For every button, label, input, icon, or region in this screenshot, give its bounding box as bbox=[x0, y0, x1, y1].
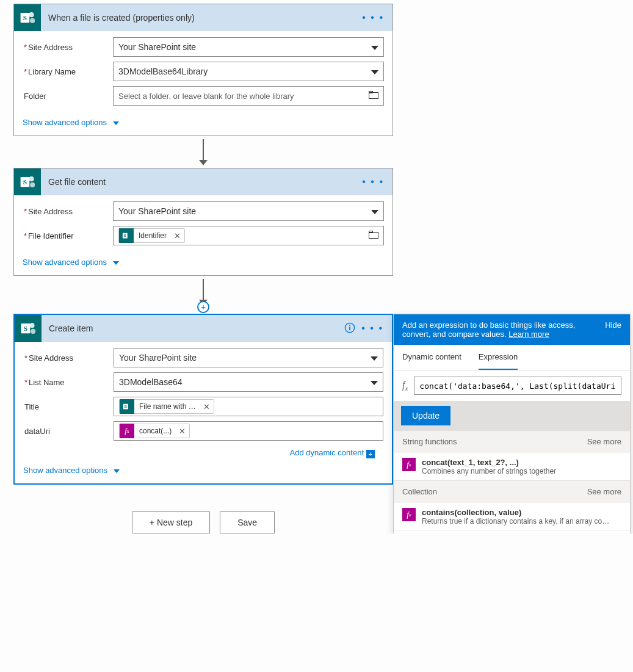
field-label: *Library Name bbox=[23, 67, 113, 76]
banner-text: Add an expression to do basic things lik… bbox=[402, 320, 575, 339]
chevron-down-icon bbox=[114, 469, 120, 473]
chevron-down-icon bbox=[371, 377, 378, 387]
site-address-select[interactable]: Your SharePoint site bbox=[113, 201, 384, 221]
site-address-row: *Site Address Your SharePoint site bbox=[23, 348, 383, 367]
see-more-link[interactable]: See more bbox=[587, 437, 621, 446]
svg-point-3 bbox=[30, 18, 35, 23]
learn-more-link[interactable]: Learn more bbox=[508, 330, 549, 339]
concat-expression-token[interactable]: fx concat(...) ✕ bbox=[119, 424, 190, 438]
chevron-down-icon bbox=[371, 67, 378, 76]
update-button[interactable]: Update bbox=[401, 406, 450, 425]
remove-token-icon[interactable]: ✕ bbox=[170, 231, 184, 240]
new-step-button[interactable]: + New step bbox=[132, 511, 210, 533]
svg-rect-20 bbox=[349, 325, 350, 326]
field-label: *Site Address bbox=[23, 207, 113, 216]
card-header[interactable]: S When a file is created (properties onl… bbox=[14, 4, 392, 31]
datauri-input[interactable]: fx concat(...) ✕ bbox=[114, 421, 383, 441]
function-list[interactable]: String functionsSee morefxconcat(text_1,… bbox=[394, 430, 630, 533]
svg-text:S: S bbox=[125, 404, 127, 408]
svg-rect-5 bbox=[369, 92, 373, 93]
field-label: *List Name bbox=[23, 378, 114, 387]
expression-panel-header: Add an expression to do basic things lik… bbox=[394, 314, 630, 345]
fx-icon: fx bbox=[120, 424, 134, 438]
see-more-link[interactable]: See more bbox=[587, 487, 621, 496]
folder-input[interactable]: Select a folder, or leave blank for the … bbox=[113, 86, 384, 106]
add-dynamic-content-link[interactable]: Add dynamic content+ bbox=[23, 446, 383, 458]
svg-point-9 bbox=[30, 182, 35, 187]
list-name-select[interactable]: 3DModelBase64 bbox=[114, 372, 383, 392]
function-signature: concat(text_1, text_2?, ...) bbox=[422, 458, 556, 467]
function-item[interactable]: fxlength(collection)Returns the number o… bbox=[394, 530, 630, 533]
field-label: Folder bbox=[23, 92, 113, 101]
show-advanced-toggle[interactable]: Show advanced options bbox=[15, 460, 392, 483]
function-item[interactable]: fxcontains(collection, value)Returns tru… bbox=[394, 502, 630, 530]
svg-text:S: S bbox=[23, 14, 27, 21]
connector-arrow bbox=[13, 136, 393, 168]
card-body: *Site Address Your SharePoint site *List… bbox=[15, 342, 392, 460]
get-file-content-card: S Get file content • • • *Site Address Y… bbox=[13, 168, 393, 276]
file-identifier-input[interactable]: S Identifier ✕ bbox=[113, 226, 384, 245]
card-header[interactable]: S Get file content • • • bbox=[14, 168, 392, 195]
expression-input-row: fx bbox=[394, 370, 630, 401]
sharepoint-icon: S bbox=[14, 168, 41, 195]
show-advanced-toggle[interactable]: Show advanced options bbox=[14, 251, 392, 275]
svg-text:S: S bbox=[124, 233, 126, 237]
tab-expression[interactable]: Expression bbox=[479, 345, 518, 370]
remove-token-icon[interactable]: ✕ bbox=[200, 402, 214, 411]
more-icon[interactable]: • • • bbox=[361, 323, 383, 334]
more-icon[interactable]: • • • bbox=[362, 12, 384, 23]
card-title: Get file content bbox=[48, 177, 356, 187]
save-button[interactable]: Save bbox=[220, 511, 275, 533]
library-name-select[interactable]: 3DModelBase64Library bbox=[113, 62, 384, 81]
sharepoint-icon: S bbox=[119, 228, 134, 243]
expression-panel: Add an expression to do basic things lik… bbox=[393, 314, 631, 533]
remove-token-icon[interactable]: ✕ bbox=[175, 427, 189, 436]
svg-point-8 bbox=[29, 176, 34, 181]
site-address-row: *Site Address Your SharePoint site bbox=[23, 37, 384, 57]
svg-rect-13 bbox=[369, 231, 373, 233]
identifier-token[interactable]: S Identifier ✕ bbox=[118, 228, 185, 243]
list-name-row: *List Name 3DModelBase64 bbox=[23, 372, 383, 392]
card-header[interactable]: S Create item • • • bbox=[15, 315, 392, 342]
function-group-header: String functionsSee more bbox=[394, 430, 630, 452]
card-title: When a file is created (properties only) bbox=[48, 13, 356, 23]
field-label: *File Identifier bbox=[23, 231, 113, 240]
site-address-select[interactable]: Your SharePoint site bbox=[114, 348, 383, 367]
function-group-header: CollectionSee more bbox=[394, 480, 630, 502]
site-address-select[interactable]: Your SharePoint site bbox=[113, 37, 384, 57]
more-icon[interactable]: • • • bbox=[362, 176, 384, 187]
svg-point-2 bbox=[29, 12, 34, 17]
filename-token[interactable]: S File name with … ✕ bbox=[119, 399, 214, 414]
card-body: *Site Address Your SharePoint site *File… bbox=[14, 195, 392, 251]
tab-dynamic-content[interactable]: Dynamic content bbox=[402, 345, 461, 370]
hide-button[interactable]: Hide bbox=[605, 320, 621, 330]
function-item[interactable]: fxconcat(text_1, text_2?, ...)Combines a… bbox=[394, 452, 630, 480]
sharepoint-icon: S bbox=[15, 315, 42, 342]
chevron-down-icon bbox=[113, 261, 119, 265]
field-label: *Site Address bbox=[23, 353, 114, 363]
svg-text:S: S bbox=[23, 178, 27, 186]
field-label: Title bbox=[23, 402, 114, 411]
fx-icon: fx bbox=[402, 380, 408, 392]
sharepoint-icon: S bbox=[120, 399, 134, 414]
function-description: Combines any number of strings together bbox=[422, 467, 556, 475]
folder-picker-icon[interactable] bbox=[369, 231, 378, 241]
fx-icon: fx bbox=[402, 458, 416, 471]
svg-point-17 bbox=[31, 329, 35, 334]
expression-tabs: Dynamic content Expression bbox=[394, 345, 630, 370]
create-item-card: S Create item • • • *Site Address Your S… bbox=[13, 314, 393, 485]
chevron-down-icon bbox=[371, 353, 378, 363]
datauri-row: dataUri fx concat(...) ✕ bbox=[23, 421, 383, 441]
folder-row: Folder Select a folder, or leave blank f… bbox=[23, 86, 384, 106]
action-bar: + New step Save bbox=[13, 511, 393, 533]
field-label: dataUri bbox=[23, 427, 114, 436]
chevron-down-icon bbox=[113, 121, 119, 125]
show-advanced-toggle[interactable]: Show advanced options bbox=[14, 112, 392, 135]
expression-input[interactable] bbox=[414, 377, 621, 395]
info-icon[interactable] bbox=[344, 322, 355, 335]
function-description: Returns true if a dictionary contains a … bbox=[422, 517, 611, 526]
folder-picker-icon[interactable] bbox=[369, 91, 378, 101]
title-input[interactable]: S File name with … ✕ bbox=[114, 397, 383, 416]
svg-point-16 bbox=[29, 323, 34, 328]
add-action-button[interactable]: + bbox=[197, 301, 209, 313]
